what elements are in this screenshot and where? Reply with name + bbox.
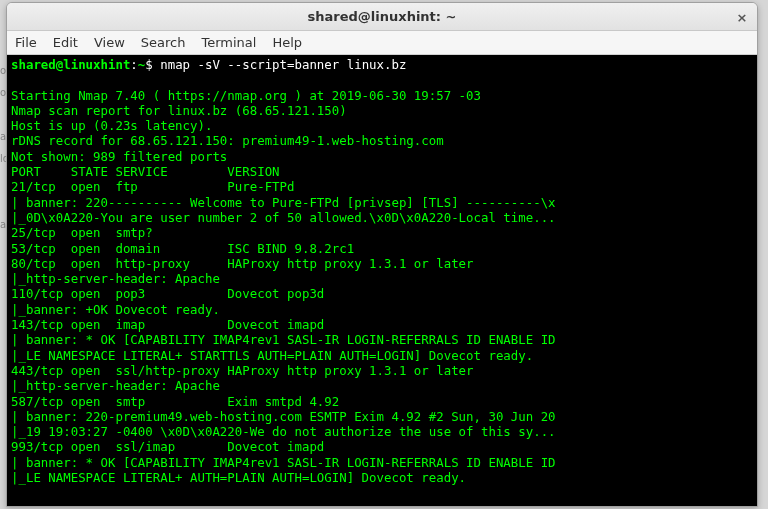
menu-terminal[interactable]: Terminal (201, 35, 256, 50)
terminal-window: shared@linuxhint: ~ × File Edit View Sea… (6, 2, 758, 507)
output-line: rDNS record for 68.65.121.150: premium49… (11, 133, 444, 148)
command-text: nmap -sV --script=banner linux.bz (160, 57, 406, 72)
output-line: |_19 19:03:27 -0400 \x0D\x0A220-We do no… (11, 424, 556, 439)
close-button[interactable]: × (733, 8, 751, 26)
menu-help[interactable]: Help (272, 35, 302, 50)
output-line: 53/tcp open domain ISC BIND 9.8.2rc1 (11, 241, 354, 256)
output-line: 21/tcp open ftp Pure-FTPd (11, 179, 294, 194)
output-line: |_0D\x0A220-You are user number 2 of 50 … (11, 210, 556, 225)
menubar: File Edit View Search Terminal Help (7, 31, 757, 55)
menu-file[interactable]: File (15, 35, 37, 50)
output-line: | banner: * OK [CAPABILITY IMAP4rev1 SAS… (11, 455, 556, 470)
prompt-sep: : (130, 57, 137, 72)
output-line: |_http-server-header: Apache (11, 378, 220, 393)
output-line: | banner: 220-premium49.web-hosting.com … (11, 409, 556, 424)
menu-view[interactable]: View (94, 35, 125, 50)
output-line: 587/tcp open smtp Exim smtpd 4.92 (11, 394, 339, 409)
output-line: |_LE NAMESPACE LITERAL+ STARTTLS AUTH=PL… (11, 348, 533, 363)
output-line: Host is up (0.23s latency). (11, 118, 212, 133)
prompt-user-host: shared@linuxhint (11, 57, 130, 72)
output-line: |_http-server-header: Apache (11, 271, 220, 286)
menu-search[interactable]: Search (141, 35, 186, 50)
output-line: PORT STATE SERVICE VERSION (11, 164, 280, 179)
output-line: 443/tcp open ssl/http-proxy HAProxy http… (11, 363, 474, 378)
terminal-area[interactable]: shared@linuxhint:~$ nmap -sV --script=ba… (7, 55, 757, 506)
output-line: 143/tcp open imap Dovecot imapd (11, 317, 324, 332)
output-line: Nmap scan report for linux.bz (68.65.121… (11, 103, 347, 118)
menu-edit[interactable]: Edit (53, 35, 78, 50)
window-title: shared@linuxhint: ~ (308, 9, 457, 24)
output-line: 80/tcp open http-proxy HAProxy http prox… (11, 256, 474, 271)
close-icon: × (737, 10, 748, 25)
titlebar: shared@linuxhint: ~ × (7, 3, 757, 31)
output-line: Starting Nmap 7.40 ( https://nmap.org ) … (11, 88, 481, 103)
output-line: 993/tcp open ssl/imap Dovecot imapd (11, 439, 324, 454)
output-line: 25/tcp open smtp? (11, 225, 153, 240)
output-line: | banner: 220---------- Welcome to Pure-… (11, 195, 556, 210)
output-line: |_banner: +OK Dovecot ready. (11, 302, 220, 317)
prompt-dollar: $ (145, 57, 160, 72)
output-line: |_LE NAMESPACE LITERAL+ AUTH=PLAIN AUTH=… (11, 470, 466, 485)
output-line: 110/tcp open pop3 Dovecot pop3d (11, 286, 324, 301)
output-line: | banner: * OK [CAPABILITY IMAP4rev1 SAS… (11, 332, 556, 347)
output-line: Not shown: 989 filtered ports (11, 149, 227, 164)
